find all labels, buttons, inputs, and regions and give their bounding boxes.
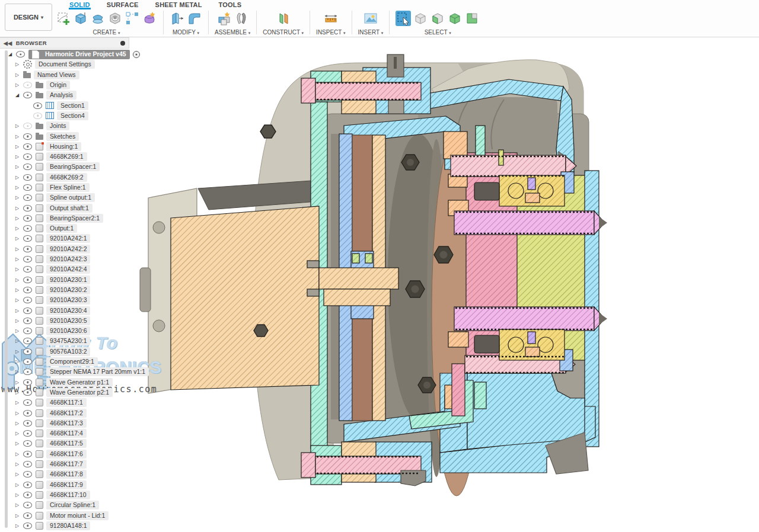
visibility-eye-icon[interactable] bbox=[23, 328, 32, 334]
expand-arrow-icon[interactable]: ▷ bbox=[15, 318, 22, 323]
tree-item-label[interactable]: 90576A103:2 bbox=[46, 347, 90, 356]
expand-arrow-icon[interactable]: ▷ bbox=[15, 502, 22, 508]
insert-image-icon[interactable] bbox=[363, 11, 378, 26]
expand-arrow-icon[interactable]: ▷ bbox=[15, 492, 22, 498]
construction-plane-icon[interactable] bbox=[276, 11, 291, 26]
activate-radio-icon[interactable] bbox=[133, 51, 140, 58]
visibility-eye-icon[interactable] bbox=[23, 492, 32, 498]
tree-row[interactable]: ▷92010A230:1 bbox=[0, 275, 129, 285]
visibility-eye-icon[interactable] bbox=[23, 235, 32, 242]
tree-item-label[interactable]: 91280A148:1 bbox=[46, 521, 90, 530]
ribbon-group-label-select[interactable]: SELECT ▾ bbox=[425, 29, 451, 36]
expand-arrow-icon[interactable]: ▷ bbox=[15, 175, 22, 180]
ribbon-group-label-create[interactable]: CREATE ▾ bbox=[93, 29, 120, 36]
visibility-eye-icon[interactable] bbox=[23, 451, 32, 457]
tree-item-label[interactable]: 4668K117:1 bbox=[46, 398, 87, 407]
expand-arrow-icon[interactable]: ▷ bbox=[15, 349, 22, 354]
ribbon-group-label-modify[interactable]: MODIFY ▾ bbox=[173, 29, 199, 36]
visibility-eye-icon[interactable] bbox=[23, 338, 32, 344]
expand-arrow-icon[interactable]: ▷ bbox=[15, 472, 22, 477]
expand-arrow-icon[interactable]: ▷ bbox=[15, 369, 22, 374]
expand-arrow-icon[interactable]: ▷ bbox=[15, 400, 22, 405]
collapse-arrow-icon[interactable]: ◢ bbox=[8, 52, 15, 57]
tree-row[interactable]: ▷Output:1 bbox=[0, 223, 129, 233]
ribbon-group-label-assemble[interactable]: ASSEMBLE ▾ bbox=[215, 29, 250, 36]
tree-row[interactable]: ▷Wave Generator p1:1 bbox=[0, 377, 129, 387]
tree-item-label[interactable]: 4668K269:2 bbox=[46, 173, 87, 182]
visibility-eye-icon[interactable] bbox=[23, 471, 32, 477]
expand-arrow-icon[interactable]: ▷ bbox=[15, 380, 22, 385]
expand-arrow-icon[interactable]: ▷ bbox=[15, 308, 22, 313]
visibility-eye-icon[interactable] bbox=[23, 143, 32, 150]
part-motor-shaft-section[interactable] bbox=[319, 268, 398, 289]
expand-arrow-icon[interactable]: ▷ bbox=[15, 287, 22, 293]
visibility-eye-icon[interactable] bbox=[23, 482, 32, 488]
visibility-eye-icon[interactable] bbox=[23, 461, 32, 467]
harmonic-drive-cross-section[interactable] bbox=[129, 37, 759, 532]
tree-item-label[interactable]: 4668K117:7 bbox=[46, 460, 87, 469]
tree-row[interactable]: ▷92010A242:2 bbox=[0, 244, 129, 254]
expand-arrow-icon[interactable]: ▷ bbox=[15, 441, 22, 446]
tree-row[interactable]: ▷Housing:1 bbox=[0, 142, 129, 152]
tree-item-label[interactable]: Section1 bbox=[57, 101, 88, 110]
expand-arrow-icon[interactable]: ▷ bbox=[15, 338, 22, 344]
expand-arrow-icon[interactable]: ▷ bbox=[15, 359, 22, 364]
create-sketch-icon[interactable] bbox=[56, 11, 71, 26]
expand-arrow-icon[interactable]: ▷ bbox=[15, 523, 22, 528]
tree-item-label[interactable]: 4668K117:3 bbox=[46, 419, 87, 428]
visibility-eye-icon[interactable] bbox=[23, 512, 32, 519]
tree-item-label[interactable]: Wave Generator p2:1 bbox=[46, 388, 113, 397]
expand-arrow-icon[interactable]: ▷ bbox=[15, 482, 22, 488]
tree-row[interactable]: Section4 bbox=[0, 111, 129, 121]
tree-item-label[interactable]: Flex Spline:1 bbox=[46, 183, 90, 192]
tree-row[interactable]: ▷Origin bbox=[0, 80, 129, 90]
tree-item-label[interactable]: Analysis bbox=[46, 91, 76, 100]
tree-item-label[interactable]: 92010A230:1 bbox=[46, 275, 90, 284]
tree-item-label[interactable]: Section4 bbox=[57, 111, 88, 120]
tree-row[interactable]: ▷Component29:1 bbox=[0, 357, 129, 367]
expand-arrow-icon[interactable]: ▷ bbox=[15, 328, 22, 334]
visibility-eye-icon[interactable] bbox=[23, 205, 32, 211]
tree-row[interactable]: ▷92010A230:5 bbox=[0, 316, 129, 326]
tab-sheet-metal[interactable]: SHEET METAL bbox=[155, 0, 203, 9]
visibility-eye-icon[interactable] bbox=[23, 297, 32, 303]
tree-row[interactable]: ▷4668K117:5 bbox=[0, 438, 129, 448]
tree-item-label[interactable]: Named Views bbox=[34, 70, 79, 79]
tree-item-label[interactable]: 92010A230:4 bbox=[46, 306, 90, 315]
visibility-eye-icon[interactable] bbox=[23, 123, 32, 129]
visibility-eye-icon[interactable] bbox=[23, 82, 32, 88]
tree-item-label[interactable]: BearingSpacer:1 bbox=[46, 162, 100, 171]
expand-arrow-icon[interactable]: ▷ bbox=[15, 144, 22, 149]
expand-arrow-icon[interactable]: ▷ bbox=[15, 226, 22, 231]
tree-item-label[interactable]: 4668K117:5 bbox=[46, 439, 87, 448]
visibility-eye-icon[interactable] bbox=[23, 379, 32, 386]
tree-item-label[interactable]: 92010A230:3 bbox=[46, 296, 90, 305]
visibility-eye-icon[interactable] bbox=[23, 399, 32, 406]
ribbon-group-label-construct[interactable]: CONSTRUCT ▾ bbox=[263, 29, 304, 36]
form-icon[interactable] bbox=[142, 11, 157, 26]
tree-row[interactable]: ▷4668K117:2 bbox=[0, 408, 129, 418]
extrude-icon[interactable] bbox=[73, 11, 88, 26]
tree-item-label[interactable]: Stepper NEMA 17 Part 20mm v1:1 bbox=[46, 367, 149, 376]
tree-item-label[interactable]: Component29:1 bbox=[46, 357, 98, 366]
tree-row[interactable]: ▷4668K117:10 bbox=[0, 490, 129, 500]
tree-row[interactable]: ▷4668K117:6 bbox=[0, 449, 129, 459]
tree-item-label[interactable]: Sketches bbox=[46, 132, 79, 141]
tree-row[interactable]: ▷Wave Generator p2:1 bbox=[0, 387, 129, 398]
expand-arrow-icon[interactable]: ▷ bbox=[15, 206, 22, 211]
visibility-eye-icon[interactable] bbox=[33, 113, 42, 119]
expand-arrow-icon[interactable]: ▷ bbox=[15, 62, 22, 67]
expand-arrow-icon[interactable]: ▷ bbox=[15, 431, 22, 436]
tab-solid[interactable]: SOLID bbox=[69, 0, 91, 9]
tree-row[interactable]: ▷Motor moiunt - Lid:1 bbox=[0, 510, 129, 520]
visibility-eye-icon[interactable] bbox=[23, 277, 32, 283]
tree-item-label[interactable]: 92010A230:5 bbox=[46, 316, 90, 325]
tree-item-label[interactable]: 4668K117:8 bbox=[46, 470, 87, 479]
tree-item-label[interactable]: Wave Generator p1:1 bbox=[46, 378, 113, 387]
select-cube-face-icon[interactable] bbox=[430, 11, 445, 26]
expand-arrow-icon[interactable]: ▷ bbox=[15, 154, 22, 159]
tree-row[interactable]: ◢Analysis bbox=[0, 90, 129, 100]
tree-row[interactable]: ▷92010A230:4 bbox=[0, 305, 129, 315]
tree-row[interactable]: ▷4668K117:4 bbox=[0, 428, 129, 438]
tree-row[interactable]: ▷4668K117:7 bbox=[0, 459, 129, 469]
